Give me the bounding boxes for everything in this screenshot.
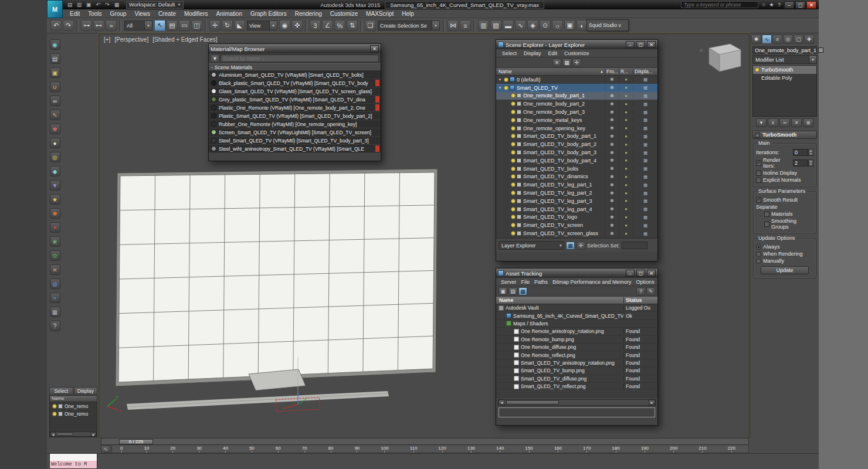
timeline-tick[interactable]: 160 (554, 446, 562, 453)
viewport-menu-plus[interactable]: [+] (104, 36, 110, 43)
sphere-icon[interactable]: ● (50, 138, 60, 148)
update-button[interactable]: Update (761, 266, 809, 274)
remove-modifier-button[interactable]: ✕ (791, 118, 802, 127)
timeline-tick[interactable]: 80 (328, 446, 334, 453)
visibility-bulb-icon[interactable] (511, 126, 516, 131)
undo-icon[interactable]: ↶ (50, 20, 62, 31)
project-folder-icon[interactable]: ▦ (113, 1, 121, 8)
object-row[interactable]: Smart_QLED_TV_bolts✻●▦ (496, 165, 657, 173)
align-icon[interactable]: ≡ (460, 20, 471, 31)
modify-tab[interactable]: ∿ (762, 35, 772, 44)
collapse-arrow-icon[interactable]: ▼ (497, 86, 503, 90)
mini-tab-select[interactable]: Select (49, 387, 73, 395)
timeline-tick[interactable]: 210 (699, 446, 706, 453)
water-icon[interactable]: ≈ (50, 293, 60, 303)
explorer-menu-display[interactable]: Display (520, 50, 545, 56)
scrollbar-thumb[interactable] (57, 433, 73, 436)
script-toolbar-floater[interactable]: Squid Studio v (586, 19, 629, 31)
maximize-icon[interactable]: ◻ (636, 41, 645, 48)
render-toggle-icon[interactable]: ● (619, 182, 633, 188)
use-pivot-point-icon[interactable]: ◉ (279, 20, 290, 31)
unlink-selection-icon[interactable]: ⊷ (93, 20, 104, 31)
select-by-name-icon[interactable]: ▤ (167, 20, 178, 31)
scene-explorer-titlebar[interactable]: Scene Explorer - Layer Explorer – ◻ ✕ (496, 40, 657, 49)
browser-options-icon[interactable]: ▼ (211, 55, 219, 63)
iterations-spinner[interactable]: 0 ▲▼ (793, 149, 813, 156)
display-toggle-icon[interactable]: ▦ (633, 182, 657, 188)
render-iters-value[interactable]: 2 (793, 159, 808, 166)
asset-row[interactable]: Smart_QLED_TV_reflect.pngFound (496, 383, 657, 390)
edit-named-selection-sets-icon[interactable]: ❏ (365, 20, 376, 31)
restore-button[interactable]: ◻ (795, 1, 805, 9)
render-toggle-icon[interactable]: ● (619, 174, 633, 179)
object-row[interactable]: One_remote_opening_key✻●▦ (496, 124, 657, 132)
smoothing-groups-checkbox[interactable] (764, 222, 769, 227)
chevron-down-icon[interactable]: ▼ (144, 21, 152, 30)
select-and-move-icon[interactable]: ✛ (209, 20, 221, 31)
frozen-toggle-icon[interactable]: ✻ (605, 223, 619, 228)
render-toggle-icon[interactable]: ● (619, 134, 633, 139)
collapse-arrow-icon[interactable]: ▼ (497, 78, 503, 81)
select-and-manipulate-icon[interactable]: ✜ (291, 20, 303, 31)
object-color-swatch[interactable] (818, 47, 823, 53)
render-toggle-icon[interactable]: ● (619, 231, 633, 236)
object-row[interactable]: Smart_QLED_TV_body_part_1✻●▦ (496, 132, 657, 141)
collapse-icon[interactable]: - (755, 132, 760, 138)
material-item[interactable]: Steel_wiht_aninsotropy_Smart_QLED_TV (VR… (209, 145, 381, 153)
timeline-tick[interactable]: 60 (276, 446, 281, 453)
turbosmooth-rollout-header[interactable]: - TurboSmooth (752, 131, 817, 139)
3ds-max-logo-icon[interactable]: M (47, 0, 63, 18)
named-selection-sets-dropdown[interactable]: Create Selection Se▼ (378, 21, 440, 30)
column-header-name[interactable]: Name ▲ (496, 69, 605, 74)
render-toggle-icon[interactable]: ● (619, 158, 633, 163)
angle-snap-icon[interactable]: ∠ (322, 20, 333, 31)
menu-graph-editors[interactable]: Graph Editors (246, 9, 291, 18)
percent-snap-icon[interactable]: % (334, 20, 345, 31)
render-toggle-icon[interactable]: ● (619, 125, 633, 131)
object-row[interactable]: Smart_QLED_TV_body_part_2✻●▦ (496, 140, 657, 148)
visibility-bulb-icon[interactable] (511, 199, 516, 203)
selection-region-icon[interactable]: ▭ (179, 20, 190, 31)
layer-row[interactable]: ▼0 (default)✻●▦ (496, 76, 657, 84)
object-row[interactable]: Smart_QLED_TV_dinamics✻●▦ (496, 173, 657, 181)
bind-to-space-warp-icon[interactable]: ≈ (106, 20, 117, 31)
smooth-result-checkbox[interactable] (756, 198, 761, 203)
frozen-toggle-icon[interactable]: ✻ (605, 150, 619, 155)
mini-tab-display[interactable]: Display (74, 387, 98, 395)
material-search-input[interactable] (221, 55, 379, 62)
menu-help[interactable]: Help (398, 9, 418, 18)
object-row[interactable]: Smart_QLED_TV_leg_part_2✻●▦ (496, 189, 657, 197)
window-crossing-icon[interactable]: ◫ (191, 20, 202, 31)
visibility-bulb-icon[interactable] (511, 134, 516, 138)
menu-rendering[interactable]: Rendering (291, 9, 326, 18)
timeline-tick[interactable]: 190 (641, 446, 649, 453)
timeline-tick[interactable]: 100 (381, 446, 388, 453)
column-header-render[interactable]: R... (619, 69, 633, 74)
mini-explorer-row[interactable]: One_remo (50, 402, 97, 410)
frozen-toggle-icon[interactable]: ✻ (605, 125, 619, 131)
display-toggle-icon[interactable]: ▦ (633, 117, 657, 123)
asset-menu-bitmap-performance-and-memory[interactable]: Bitmap Performance and Memory (550, 279, 634, 285)
render-toggle-icon[interactable]: ● (619, 85, 633, 90)
visibility-bulb-icon[interactable] (511, 101, 516, 106)
column-header-status[interactable]: Status (623, 297, 657, 303)
macro-recorder-field[interactable] (50, 454, 97, 461)
pin-stack-button[interactable]: ▼ (756, 118, 767, 127)
menu-animation[interactable]: Animation (212, 9, 246, 18)
display-toggle-icon[interactable]: ▦ (633, 93, 657, 98)
toggle-ribbon-icon[interactable]: ▬ (503, 20, 514, 31)
material-item[interactable]: Rubber_One_Remonte (VRayMtl) [One_remote… (209, 120, 381, 128)
close-button[interactable]: ✕ (806, 1, 816, 9)
menu-create[interactable]: Create (154, 9, 180, 18)
object-row[interactable]: Smart_QLED_TV_leg_part_1✻●▦ (496, 181, 657, 189)
display-tab[interactable]: ▢ (794, 35, 803, 44)
timeline-tick[interactable]: 150 (525, 446, 533, 453)
snaps-toggle-icon[interactable]: 3 (310, 20, 321, 31)
timeline-tick[interactable]: 90 (354, 446, 360, 453)
explorer-menu-select[interactable]: Select (499, 50, 520, 56)
material-item[interactable]: Plastic_One_Remonte (VRayMtl) [One_remot… (209, 104, 381, 112)
material-item[interactable]: Plastic_Smart_QLED_TV (VRayMtl) [Smart_Q… (209, 112, 381, 120)
refresh-status-icon[interactable]: ▣ (499, 287, 507, 295)
display-toggle-icon[interactable]: ▦ (633, 191, 657, 196)
timeline-tick[interactable]: 20 (170, 446, 175, 453)
